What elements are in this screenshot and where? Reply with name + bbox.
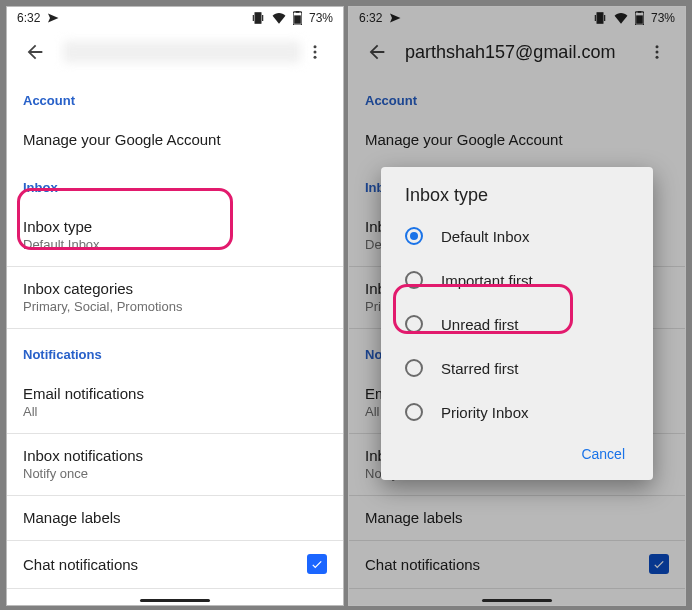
option-priority-inbox[interactable]: Priority Inbox	[381, 390, 653, 434]
radio-icon	[405, 315, 423, 333]
app-top-bar: parthshah157@gmail.com	[349, 29, 685, 75]
svg-rect-8	[636, 15, 643, 23]
snooze-chat-row[interactable]: Snooze chat notifications	[365, 589, 669, 606]
option-unread-first[interactable]: Unread first	[381, 302, 653, 346]
section-account: Account	[23, 93, 327, 108]
battery-pct: 73%	[651, 11, 675, 25]
status-bar: 6:32 73%	[7, 7, 343, 29]
status-bar: 6:32 73%	[349, 7, 685, 29]
option-default-inbox[interactable]: Default Inbox	[381, 214, 653, 258]
svg-point-11	[656, 56, 659, 59]
svg-point-5	[314, 56, 317, 59]
nav-indicator[interactable]	[482, 599, 552, 602]
inbox-type-subtitle: Default Inbox	[23, 237, 327, 252]
vibrate-icon	[593, 11, 607, 25]
email-notifications-row[interactable]: Email notifications All	[23, 372, 327, 433]
cancel-button[interactable]: Cancel	[571, 440, 635, 468]
svg-point-9	[656, 45, 659, 48]
manage-labels-row[interactable]: Manage labels	[365, 496, 669, 540]
inbox-type-title: Inbox type	[23, 218, 327, 235]
option-starred-first[interactable]: Starred first	[381, 346, 653, 390]
svg-point-10	[656, 51, 659, 54]
section-notifications: Notifications	[23, 347, 327, 362]
radio-icon	[405, 403, 423, 421]
svg-rect-7	[638, 11, 642, 13]
inbox-type-dialog: Inbox type Default Inbox Important first…	[381, 167, 653, 480]
more-icon[interactable]	[301, 38, 329, 66]
clock: 6:32	[17, 11, 40, 25]
svg-rect-1	[296, 11, 300, 13]
inbox-notifications-row[interactable]: Inbox notifications Notify once	[23, 434, 327, 495]
send-icon	[389, 12, 401, 24]
battery-icon	[293, 11, 302, 25]
chat-notifications-row[interactable]: Chat notifications	[23, 541, 327, 588]
battery-pct: 73%	[309, 11, 333, 25]
settings-list: Account Manage your Google Account Inbox…	[7, 93, 343, 606]
dialog-title: Inbox type	[405, 185, 653, 206]
wifi-icon	[272, 12, 286, 24]
back-icon[interactable]	[21, 38, 49, 66]
app-top-bar	[7, 29, 343, 75]
radio-icon	[405, 359, 423, 377]
chat-notifications-row[interactable]: Chat notifications	[365, 541, 669, 588]
more-icon[interactable]	[643, 38, 671, 66]
option-important-first[interactable]: Important first	[381, 258, 653, 302]
phone-right: 6:32 73% parthshah157@gmail.com Account …	[348, 6, 686, 606]
inbox-type-row[interactable]: Inbox type Default Inbox	[23, 205, 327, 266]
back-icon[interactable]	[363, 38, 391, 66]
vibrate-icon	[251, 11, 265, 25]
radio-icon	[405, 271, 423, 289]
account-email: parthshah157@gmail.com	[405, 42, 643, 63]
phone-left: 6:32 73% Account Manage your Google Acco…	[6, 6, 344, 606]
section-inbox: Inbox	[23, 180, 327, 195]
chat-notifications-checkbox[interactable]	[307, 554, 327, 574]
battery-icon	[635, 11, 644, 25]
manage-labels-row[interactable]: Manage labels	[23, 496, 327, 540]
inbox-categories-row[interactable]: Inbox categories Primary, Social, Promot…	[23, 267, 327, 328]
section-account: Account	[365, 93, 669, 108]
send-icon	[47, 12, 59, 24]
manage-google-account[interactable]: Manage your Google Account	[365, 118, 669, 162]
svg-point-3	[314, 45, 317, 48]
account-title-redacted	[63, 41, 301, 63]
dual-screenshot: 6:32 73% Account Manage your Google Acco…	[0, 0, 692, 610]
snooze-chat-row[interactable]: Snooze chat notifications	[23, 589, 327, 606]
clock: 6:32	[359, 11, 382, 25]
chat-notifications-checkbox[interactable]	[649, 554, 669, 574]
manage-google-account[interactable]: Manage your Google Account	[23, 118, 327, 162]
radio-selected-icon	[405, 227, 423, 245]
svg-rect-2	[294, 15, 301, 23]
nav-indicator[interactable]	[140, 599, 210, 602]
wifi-icon	[614, 12, 628, 24]
svg-point-4	[314, 51, 317, 54]
